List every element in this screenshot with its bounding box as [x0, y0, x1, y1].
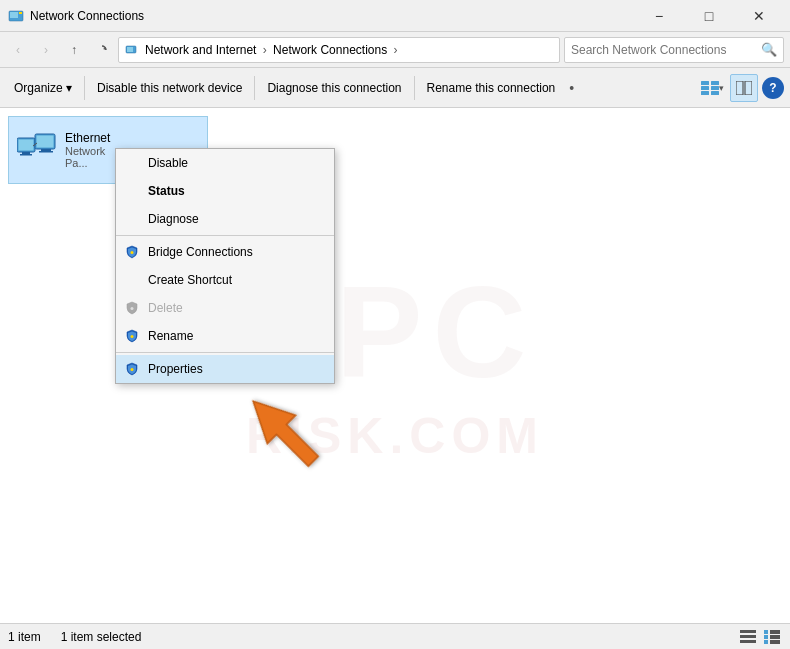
- svg-point-24: [131, 307, 134, 310]
- properties-text: Properties: [148, 362, 203, 376]
- maximize-button[interactable]: □: [686, 0, 732, 32]
- file-name: Ethernet: [65, 131, 110, 145]
- main-content: 9PC RISK.COM: [0, 108, 790, 623]
- diagnose-button[interactable]: Diagnose this connection: [259, 72, 409, 104]
- status-detail-view[interactable]: [762, 627, 782, 647]
- pane-icon: [736, 81, 752, 95]
- svg-rect-36: [770, 640, 780, 644]
- shield-rename-icon-svg: [125, 329, 139, 343]
- delete-text: Delete: [148, 301, 183, 315]
- svg-rect-35: [764, 640, 768, 644]
- forward-button[interactable]: ›: [34, 38, 58, 62]
- breadcrumb[interactable]: Network and Internet › Network Connectio…: [118, 37, 560, 63]
- disable-label: Disable this network device: [97, 81, 242, 95]
- breadcrumb-item-2[interactable]: Network Connections: [273, 43, 387, 57]
- toolbar-right: ▾ ?: [698, 74, 784, 102]
- details-pane-button[interactable]: [730, 74, 758, 102]
- title-bar-left: Network Connections: [8, 8, 144, 24]
- svg-rect-34: [770, 635, 780, 639]
- svg-rect-16: [22, 152, 30, 154]
- svg-rect-1: [10, 12, 18, 18]
- diagnose-label: Diagnose this connection: [267, 81, 401, 95]
- ctx-sep-1: [116, 235, 334, 236]
- svg-rect-10: [701, 91, 709, 95]
- organize-button[interactable]: Organize ▾: [6, 72, 80, 104]
- shield-icon-svg: [125, 245, 139, 259]
- svg-rect-2: [19, 12, 22, 14]
- file-area: Ethernet Network Pa... Disable Status Di…: [0, 108, 790, 623]
- properties-shield-icon: [124, 361, 140, 377]
- view-dropdown-arrow: ▾: [719, 83, 724, 93]
- disable-network-button[interactable]: Disable this network device: [89, 72, 250, 104]
- svg-rect-32: [770, 630, 780, 634]
- status-left: 1 item 1 item selected: [8, 630, 141, 644]
- svg-point-26: [131, 368, 134, 371]
- help-button[interactable]: ?: [762, 77, 784, 99]
- close-button[interactable]: ✕: [736, 0, 782, 32]
- svg-rect-28: [740, 630, 756, 633]
- toolbar-separator-2: [254, 76, 255, 100]
- shield-delete-icon-svg: [125, 301, 139, 315]
- svg-rect-7: [711, 81, 719, 85]
- shortcut-text: Create Shortcut: [148, 273, 232, 287]
- breadcrumb-item-1[interactable]: Network and Internet: [145, 43, 256, 57]
- svg-rect-17: [20, 154, 32, 156]
- svg-rect-33: [764, 635, 768, 639]
- svg-rect-15: [19, 140, 34, 151]
- up-button[interactable]: ↑: [62, 38, 86, 62]
- svg-point-25: [131, 335, 134, 338]
- disable-text: Disable: [148, 156, 188, 170]
- refresh-button[interactable]: [90, 38, 114, 62]
- ctx-delete[interactable]: Delete: [116, 294, 334, 322]
- rename-button[interactable]: Rename this connection: [419, 72, 564, 104]
- ctx-properties[interactable]: Properties: [116, 355, 334, 383]
- svg-rect-12: [736, 81, 743, 95]
- organize-label: Organize ▾: [14, 81, 72, 95]
- refresh-icon: [96, 44, 108, 56]
- status-list-view[interactable]: [738, 627, 758, 647]
- delete-shield-icon: [124, 300, 140, 316]
- detail-view-icon: [764, 630, 780, 644]
- svg-point-23: [131, 251, 134, 254]
- svg-rect-9: [711, 86, 719, 90]
- shield-properties-icon-svg: [125, 362, 139, 376]
- file-detail: Pa...: [65, 157, 110, 169]
- ethernet-icon: [17, 130, 57, 170]
- status-bar: 1 item 1 item selected: [0, 623, 790, 649]
- ctx-sep-2: [116, 352, 334, 353]
- window-title: Network Connections: [30, 9, 144, 23]
- svg-marker-27: [239, 387, 327, 475]
- ctx-diagnose[interactable]: Diagnose: [116, 205, 334, 233]
- search-box[interactable]: 🔍: [564, 37, 784, 63]
- breadcrumb-sep-2: ›: [394, 43, 398, 57]
- selected-count: 1 item selected: [61, 630, 142, 644]
- help-icon: ?: [769, 81, 776, 95]
- back-button[interactable]: ‹: [6, 38, 30, 62]
- toolbar-separator-1: [84, 76, 85, 100]
- window-icon: [8, 8, 24, 24]
- search-input[interactable]: [571, 43, 761, 57]
- svg-rect-29: [740, 635, 756, 638]
- svg-rect-19: [37, 136, 54, 148]
- diagnose-text: Diagnose: [148, 212, 199, 226]
- view-dropdown-button[interactable]: ▾: [698, 74, 726, 102]
- ctx-shortcut[interactable]: Create Shortcut: [116, 266, 334, 294]
- ctx-disable[interactable]: Disable: [116, 149, 334, 177]
- list-view-icon: [740, 630, 756, 644]
- view-icon: [701, 81, 719, 95]
- network-icon-svg: [17, 130, 57, 170]
- ctx-rename[interactable]: Rename: [116, 322, 334, 350]
- svg-rect-6: [701, 81, 709, 85]
- svg-rect-13: [745, 81, 752, 95]
- item-count: 1 item: [8, 630, 41, 644]
- ctx-status[interactable]: Status: [116, 177, 334, 205]
- address-bar: ‹ › ↑ Network and Internet › Network Con…: [0, 32, 790, 68]
- svg-rect-11: [711, 91, 719, 95]
- svg-rect-8: [701, 86, 709, 90]
- rename-label: Rename this connection: [427, 81, 556, 95]
- status-text: Status: [148, 184, 185, 198]
- rename-shield-icon: [124, 328, 140, 344]
- minimize-button[interactable]: −: [636, 0, 682, 32]
- ctx-bridge[interactable]: Bridge Connections: [116, 238, 334, 266]
- toolbar: Organize ▾ Disable this network device D…: [0, 68, 790, 108]
